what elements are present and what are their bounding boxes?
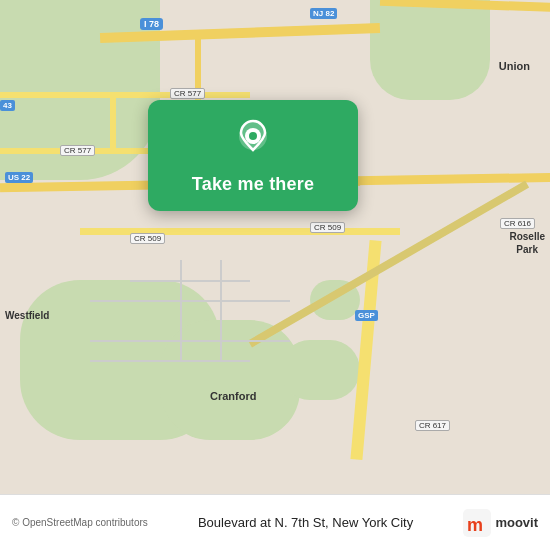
svg-text:m: m (467, 515, 483, 535)
town-label-roselle-park: RosellePark (509, 230, 545, 256)
take-me-button[interactable]: Take me there (192, 174, 314, 195)
road-cr509 (80, 228, 400, 235)
town-label-union: Union (499, 60, 530, 72)
road-cr509-label-2: CR 509 (130, 233, 165, 244)
local-street-h4 (90, 360, 250, 362)
road-cr616-label: CR 616 (500, 218, 535, 229)
moovit-icon: m (463, 509, 491, 537)
moovit-logo: m moovit (463, 509, 538, 537)
road-us22-shield-left: US 22 (5, 172, 33, 183)
park-area-small-1 (280, 340, 360, 400)
road-gsp-shield: GSP (355, 310, 378, 321)
road-i78-shield: I 78 (140, 18, 163, 30)
road-rt43-shield: 43 (0, 100, 15, 111)
road-cr577-connector (110, 92, 116, 152)
town-label-cranford: Cranford (210, 390, 256, 402)
local-street-h2 (90, 300, 290, 302)
road-nj82-shield: NJ 82 (310, 8, 337, 19)
town-label-westfield: Westfield (5, 310, 49, 321)
local-street-v1 (180, 260, 182, 360)
location-text: Boulevard at N. 7th St, New York City (148, 515, 464, 530)
local-street-h3 (90, 340, 290, 342)
bottom-bar: © OpenStreetMap contributors Boulevard a… (0, 494, 550, 550)
map-container: I 78 NJ 82 43 US 22 US 22 CR 577 CR 577 … (0, 0, 550, 550)
road-cr617-label: CR 617 (415, 420, 450, 431)
road-cr577-label-1: CR 577 (170, 88, 205, 99)
moovit-text: moovit (495, 515, 538, 530)
take-me-card[interactable]: Take me there (148, 100, 358, 211)
park-area-top-right (370, 0, 490, 100)
road-cr577-label-2: CR 577 (60, 145, 95, 156)
location-pin-icon (231, 118, 275, 162)
local-street-h1 (130, 280, 250, 282)
road-cr577-top (0, 92, 250, 98)
local-street-v2 (220, 260, 222, 360)
copyright-text: © OpenStreetMap contributors (12, 517, 148, 528)
svg-point-2 (249, 132, 257, 140)
road-cr509-label-1: CR 509 (310, 222, 345, 233)
